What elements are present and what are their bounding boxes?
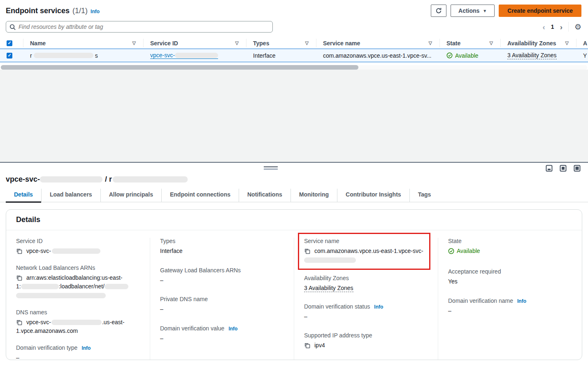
info-link[interactable]: Info xyxy=(91,9,100,14)
resource-count: (1/1) xyxy=(72,7,88,15)
search-input[interactable] xyxy=(19,23,269,30)
details-card-body: Service ID vpce-svc- Network Load Balanc… xyxy=(6,230,582,360)
redacted-text xyxy=(52,248,100,254)
copy-icon[interactable] xyxy=(304,342,310,349)
page-title: Endpoint services xyxy=(6,7,70,15)
tab-notifications[interactable]: Notifications xyxy=(239,189,291,202)
tab-monitoring[interactable]: Monitoring xyxy=(291,189,337,202)
field-availability-zones: Availability Zones 3 Availability Zones xyxy=(304,275,428,293)
sort-icon[interactable]: ▽ xyxy=(129,40,136,46)
tab-contributor-insights[interactable]: Contributor Insights xyxy=(337,189,410,202)
details-column-1: Service ID vpce-svc- Network Load Balanc… xyxy=(6,238,150,360)
column-header-availability-zones[interactable]: Availability Zones ▽ xyxy=(500,37,576,49)
availability-zones-link[interactable]: 3 Availability Zones xyxy=(507,52,557,59)
preferences-gear-icon[interactable]: ⚙ xyxy=(574,23,581,31)
split-panel: vpce-svc-/ r Details Load balancers Allo… xyxy=(0,162,588,365)
half-panel-icon[interactable] xyxy=(560,165,567,172)
row-state-cell: Available xyxy=(439,49,500,62)
header-select-all-cell: ✓ xyxy=(0,37,23,49)
selected-resource-title: vpce-svc-/ r xyxy=(0,173,588,184)
column-header-service-name[interactable]: Service name ▽ xyxy=(316,37,439,49)
field-acceptance-required: Acceptance required Yes xyxy=(448,268,572,286)
column-header-state[interactable]: State ▽ xyxy=(439,37,500,49)
column-header-types[interactable]: Types ▽ xyxy=(246,37,316,49)
page-header: Endpoint services (1/1) Info Actions ▼ C… xyxy=(0,4,588,17)
create-endpoint-service-button[interactable]: Create endpoint service xyxy=(499,5,581,17)
details-column-2: Types Interface Gateway Load Balancers A… xyxy=(150,238,294,360)
field-nlb-arns: Network Load Balancers ARNs arn:aws:elas… xyxy=(16,264,140,300)
redacted-text xyxy=(175,53,218,58)
redacted-text xyxy=(105,284,128,289)
table-header-row: ✓ Name ▽ Service ID ▽ Types ▽ Service na… xyxy=(0,37,588,49)
row-service-name-cell: com.amazonaws.vpce.us-east-1.vpce-sv... xyxy=(316,49,439,62)
redacted-text xyxy=(51,320,102,325)
row-name-cell: rs xyxy=(23,49,143,62)
redacted-text xyxy=(16,293,106,298)
availability-zones-link[interactable]: 3 Availability Zones xyxy=(304,285,353,292)
endpoint-services-list-section: Endpoint services (1/1) Info Actions ▼ C… xyxy=(0,0,588,70)
tab-allow-principals[interactable]: Allow principals xyxy=(101,189,162,202)
previous-page-button[interactable]: ‹ xyxy=(543,23,545,31)
redacted-text xyxy=(34,53,93,58)
info-link[interactable]: Info xyxy=(228,326,237,332)
sort-icon[interactable]: ▽ xyxy=(562,40,569,46)
search-icon xyxy=(9,24,16,30)
search-box[interactable] xyxy=(6,21,273,33)
row-availability-zones-cell: 3 Availability Zones xyxy=(500,49,576,62)
tab-endpoint-connections[interactable]: Endpoint connections xyxy=(162,189,239,202)
field-dns-names: DNS names vpce-svc-.us-east- 1.vpce.amaz… xyxy=(16,309,140,336)
next-page-button[interactable]: › xyxy=(560,23,562,31)
tab-load-balancers[interactable]: Load balancers xyxy=(42,189,101,202)
field-glb-arns: Gateway Load Balancers ARNs – xyxy=(160,267,284,285)
column-header-name[interactable]: Name ▽ xyxy=(23,37,143,49)
field-domain-verification-value: Domain verification valueInfo – xyxy=(160,325,284,343)
copy-icon[interactable] xyxy=(16,248,22,254)
copy-icon[interactable] xyxy=(16,275,22,281)
table-row[interactable]: ✓ rs vpce-svc- Interface com.amazonaws.v… xyxy=(0,49,588,62)
details-card: Details Service ID vpce-svc- Network Loa… xyxy=(6,209,582,360)
field-domain-verification-name: Domain verification nameInfo – xyxy=(448,297,572,316)
info-link[interactable]: Info xyxy=(81,345,91,351)
horizontal-scrollbar[interactable] xyxy=(1,65,587,70)
pagination: ‹ 1 › ⚙ xyxy=(543,22,582,32)
tab-details[interactable]: Details xyxy=(6,189,42,202)
tab-tags[interactable]: Tags xyxy=(410,189,439,202)
column-header-clipped: A xyxy=(576,37,588,49)
refresh-button[interactable] xyxy=(431,5,446,17)
redacted-text xyxy=(21,284,59,289)
field-service-id: Service ID vpce-svc- xyxy=(16,238,140,256)
sort-icon[interactable]: ▽ xyxy=(232,40,239,46)
row-checkbox[interactable]: ✓ xyxy=(7,53,12,58)
check-circle-icon xyxy=(448,248,454,254)
state-available-badge: Available xyxy=(446,52,479,59)
current-page-number[interactable]: 1 xyxy=(551,23,554,30)
sort-icon[interactable]: ▽ xyxy=(302,40,309,46)
copy-icon[interactable] xyxy=(304,248,310,254)
row-clipped-cell: Y xyxy=(576,49,588,62)
copy-icon[interactable] xyxy=(16,319,22,325)
panel-layout-controls xyxy=(546,165,581,172)
sort-icon[interactable]: ▽ xyxy=(425,40,432,46)
empty-background-area xyxy=(0,70,588,162)
page-title-group: Endpoint services (1/1) Info xyxy=(6,7,100,15)
row-select-cell: ✓ xyxy=(0,49,23,62)
redacted-text xyxy=(304,257,356,263)
scrollbar-thumb[interactable] xyxy=(1,65,358,70)
sort-icon[interactable]: ▽ xyxy=(486,40,493,46)
full-panel-icon[interactable] xyxy=(574,165,581,172)
check-circle-icon xyxy=(446,52,453,58)
state-available-badge: Available xyxy=(448,247,480,256)
field-types: Types Interface xyxy=(160,238,284,256)
collapse-panel-icon[interactable] xyxy=(546,165,553,172)
info-link[interactable]: Info xyxy=(517,298,526,304)
split-panel-header-bar xyxy=(0,163,588,173)
row-service-id-cell: vpce-svc- xyxy=(143,49,246,62)
actions-button[interactable]: Actions ▼ xyxy=(451,5,495,17)
select-all-checkbox[interactable]: ✓ xyxy=(7,40,12,46)
redacted-text xyxy=(40,176,102,182)
column-header-service-id[interactable]: Service ID ▽ xyxy=(143,37,246,49)
resize-drag-handle-icon[interactable] xyxy=(264,166,278,170)
header-actions: Actions ▼ Create endpoint service xyxy=(431,5,581,17)
service-id-link[interactable]: vpce-svc- xyxy=(150,52,218,59)
info-link[interactable]: Info xyxy=(374,304,383,310)
